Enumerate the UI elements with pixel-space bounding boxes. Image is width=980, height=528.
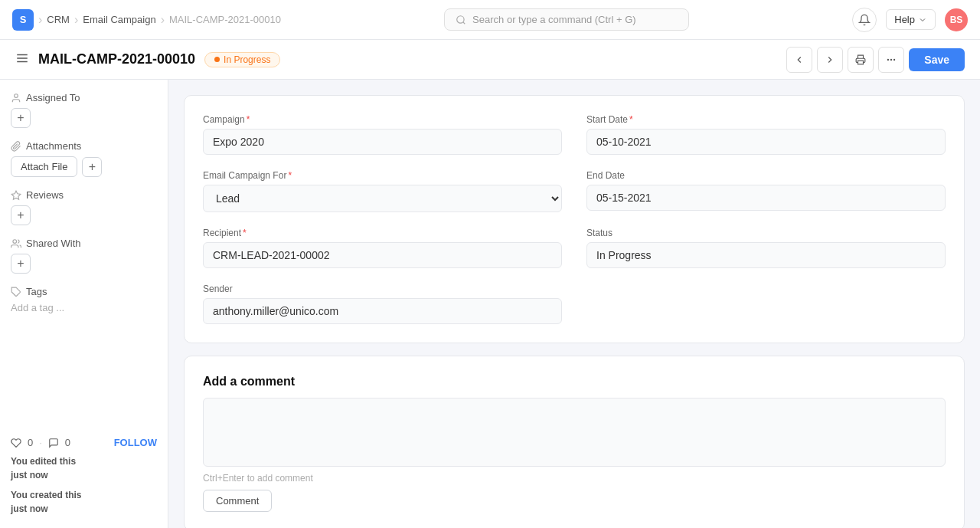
printer-icon — [855, 54, 866, 65]
chevron-left-icon — [794, 54, 805, 65]
help-button[interactable]: Help — [886, 9, 936, 30]
help-label: Help — [894, 14, 915, 25]
print-button[interactable] — [848, 47, 874, 73]
add-tag-input[interactable]: Add a tag ... — [11, 302, 157, 313]
svg-point-9 — [15, 93, 18, 97]
svg-point-11 — [13, 239, 17, 243]
prev-button[interactable] — [786, 47, 812, 73]
sender-input[interactable] — [203, 298, 562, 324]
campaign-field: Campaign* — [203, 114, 562, 155]
email-campaign-for-field: Email Campaign For* Lead — [203, 170, 562, 212]
recipient-input[interactable] — [203, 242, 562, 268]
main-layout: Assigned To + Attachments Attach File + … — [0, 80, 980, 528]
comment-textarea[interactable] — [203, 398, 946, 467]
follow-button[interactable]: FOLLOW — [114, 437, 157, 448]
breadcrumb-sep-3: › — [161, 13, 165, 27]
more-button[interactable] — [878, 47, 904, 73]
form-grid: Campaign* Start Date* Email Campaign For… — [203, 114, 946, 324]
recipient-field: Recipient* — [203, 228, 562, 268]
breadcrumb-current: MAIL-CAMP-2021-00010 — [169, 14, 281, 25]
status-input[interactable] — [586, 242, 946, 268]
page-header-left: MAIL-CAMP-2021-00010 In Progress — [15, 51, 280, 67]
notification-button[interactable] — [852, 8, 877, 32]
breadcrumb-crm[interactable]: CRM — [47, 14, 70, 25]
tags-label: Tags — [26, 286, 47, 297]
sender-field: Sender — [203, 284, 562, 324]
likes-row: 0 · 0 FOLLOW — [11, 437, 157, 448]
search-area: Search or type a command (Ctrl + G) — [281, 8, 852, 31]
share-icon — [11, 238, 21, 249]
search-placeholder: Search or type a command (Ctrl + G) — [472, 14, 636, 25]
campaign-input[interactable] — [203, 129, 562, 155]
top-nav: S › CRM › Email Campaign › MAIL-CAMP-202… — [0, 0, 980, 40]
svg-rect-5 — [858, 61, 864, 64]
breadcrumb-email-campaign[interactable]: Email Campaign — [83, 14, 155, 25]
svg-point-8 — [894, 59, 895, 60]
status-dot — [214, 57, 220, 62]
shared-with-section: Shared With + — [11, 238, 157, 274]
end-date-label: End Date — [586, 170, 946, 181]
svg-marker-10 — [11, 191, 21, 199]
start-date-field: Start Date* — [586, 114, 946, 155]
attach-file-button[interactable]: Attach File — [11, 156, 77, 177]
end-date-input[interactable] — [586, 185, 946, 211]
attachments-label: Attachments — [26, 140, 81, 152]
attach-file-row: Attach File + — [11, 156, 157, 177]
campaign-label: Campaign* — [203, 114, 562, 125]
breadcrumb-sep-2: › — [74, 13, 78, 27]
content-area: Campaign* Start Date* Email Campaign For… — [168, 80, 980, 528]
activity-item-1: You edited this just now — [11, 454, 157, 482]
sidebar: Assigned To + Attachments Attach File + … — [0, 80, 168, 528]
comment-title: Add a comment — [203, 375, 946, 389]
save-button[interactable]: Save — [909, 48, 965, 71]
sender-label: Sender — [203, 284, 562, 294]
svg-point-7 — [891, 59, 892, 60]
assigned-to-title: Assigned To — [11, 92, 157, 103]
attachments-title: Attachments — [11, 140, 157, 152]
hamburger-button[interactable] — [15, 51, 29, 67]
email-campaign-for-select[interactable]: Lead — [203, 185, 562, 212]
comment-card: Add a comment Ctrl+Enter to add comment … — [184, 356, 965, 528]
likes-count: 0 — [28, 437, 33, 448]
assigned-to-section: Assigned To + — [11, 92, 157, 128]
activity-item-2: You created this just now — [11, 488, 157, 516]
assigned-to-label: Assigned To — [26, 92, 80, 103]
attach-add-button[interactable]: + — [82, 157, 102, 177]
shared-with-add-button[interactable]: + — [11, 254, 31, 274]
chevron-down-icon — [918, 15, 927, 25]
start-date-input[interactable] — [586, 129, 946, 155]
dot-sep: · — [39, 437, 42, 448]
page-header: MAIL-CAMP-2021-00010 In Progress Save — [0, 40, 980, 80]
search-bar[interactable]: Search or type a command (Ctrl + G) — [444, 8, 689, 31]
status-label: Status — [586, 228, 946, 238]
app-logo[interactable]: S — [12, 9, 34, 31]
assigned-to-add-button[interactable]: + — [11, 108, 31, 128]
heart-icon[interactable] — [11, 438, 21, 448]
comment-icon[interactable] — [48, 438, 59, 448]
attachments-section: Attachments Attach File + — [11, 140, 157, 177]
end-date-field: End Date — [586, 170, 946, 212]
paperclip-icon — [11, 141, 21, 152]
status-text: In Progress — [224, 54, 270, 65]
chevron-right-icon — [825, 54, 835, 65]
tags-title: Tags — [11, 286, 157, 297]
status-field: Status — [586, 228, 946, 268]
page-header-right: Save — [786, 47, 965, 73]
nav-actions: Help BS — [852, 8, 968, 32]
next-button[interactable] — [817, 47, 843, 73]
reviews-title: Reviews — [11, 189, 157, 201]
page-title: MAIL-CAMP-2021-00010 — [38, 51, 195, 67]
comment-submit-button[interactable]: Comment — [203, 490, 272, 512]
email-campaign-for-label: Email Campaign For* — [203, 170, 562, 181]
reviews-add-button[interactable]: + — [11, 205, 31, 225]
star-icon — [11, 190, 21, 201]
reviews-section: Reviews + — [11, 189, 157, 225]
form-card: Campaign* Start Date* Email Campaign For… — [184, 95, 965, 343]
search-icon — [456, 15, 466, 25]
shared-with-title: Shared With — [11, 238, 157, 249]
avatar[interactable]: BS — [945, 8, 968, 31]
svg-point-0 — [457, 15, 464, 22]
comments-count: 0 — [65, 437, 70, 448]
status-badge: In Progress — [204, 52, 280, 67]
shared-with-label: Shared With — [26, 238, 81, 249]
